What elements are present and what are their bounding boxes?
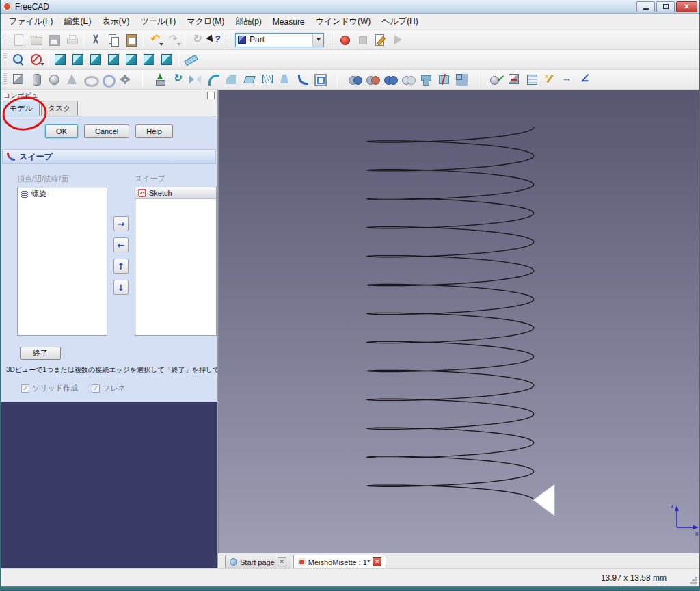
toolbar-grip[interactable] [3, 73, 7, 86]
close-button[interactable]: ✕ [676, 1, 697, 12]
part-extrude-button[interactable] [151, 71, 169, 88]
part-loft-button[interactable] [275, 71, 293, 88]
help-button[interactable]: Help [135, 124, 173, 138]
part-cone-button[interactable] [63, 71, 81, 88]
macro-stop-button[interactable] [353, 31, 371, 49]
toolbar-grip[interactable] [3, 34, 7, 46]
toolbar-grip[interactable] [225, 34, 228, 46]
workbench-selector[interactable]: Part [235, 33, 324, 47]
macro-play-button[interactable] [389, 31, 407, 49]
dock-float-icon[interactable] [207, 92, 215, 99]
part-crosssections-button[interactable] [523, 71, 541, 88]
part-box-button[interactable] [10, 71, 27, 88]
sweep-section-header[interactable]: スイープ [2, 149, 216, 164]
save-button[interactable] [45, 31, 63, 49]
part-union-button[interactable] [381, 71, 399, 88]
tab-start-page[interactable]: Start page ✕ [225, 555, 291, 568]
part-sweep-button[interactable] [293, 71, 311, 88]
part-cylinder-button[interactable] [27, 71, 45, 88]
toolbar-grip[interactable] [3, 53, 7, 66]
part-offset-button[interactable] [311, 71, 329, 88]
view-axonometric-button[interactable] [51, 51, 69, 68]
part-cut-button[interactable] [364, 71, 381, 88]
view-right-button[interactable] [105, 51, 122, 68]
whatsthis-button[interactable] [206, 31, 224, 49]
part-torus-button[interactable] [81, 71, 98, 88]
part-shapebuilder-button[interactable] [541, 71, 558, 88]
dock-title-bar[interactable]: コンボビュ [1, 90, 217, 101]
part-defeaturing-button[interactable] [505, 71, 523, 88]
undo-button[interactable] [146, 31, 164, 49]
new-button[interactable] [10, 31, 27, 49]
part-mirror-button[interactable] [187, 71, 204, 88]
tab-document[interactable]: MeishoMisette : 1* ✕ [293, 555, 386, 568]
measure-button[interactable] [182, 51, 200, 68]
part-chamfer-button[interactable] [222, 71, 240, 88]
title-bar[interactable]: FreeCAD ✕ [1, 0, 699, 14]
menu-item[interactable]: Measure [267, 15, 310, 29]
view-bottom-button[interactable] [140, 51, 158, 68]
part-revolve-button[interactable] [169, 71, 187, 88]
open-button[interactable] [27, 31, 45, 49]
part-join-button[interactable] [417, 71, 435, 88]
menu-item[interactable]: マクロ(M) [181, 14, 230, 29]
list-item-helix[interactable]: 螺旋 [18, 187, 107, 200]
move-left-button[interactable]: ← [113, 237, 129, 252]
source-list[interactable]: 螺旋 [17, 187, 107, 336]
move-right-button[interactable]: → [113, 216, 129, 231]
close-tab-icon[interactable]: ✕ [373, 557, 381, 566]
maximize-button[interactable] [656, 1, 675, 12]
create-solid-checkbox[interactable]: ✓ ソリッド作成 [21, 383, 78, 393]
part-primitives-button[interactable] [116, 71, 134, 88]
view-rear-button[interactable] [122, 51, 140, 68]
tab-model[interactable]: モデル [3, 101, 40, 116]
print-button[interactable] [63, 31, 81, 49]
part-intersection-button[interactable] [399, 71, 417, 88]
macro-edit-button[interactable] [371, 31, 389, 49]
fit-all-button[interactable] [10, 51, 27, 68]
menu-item[interactable]: 部品(p) [230, 14, 267, 29]
dropdown-arrow-icon[interactable] [312, 34, 323, 47]
redo-button[interactable] [164, 31, 182, 49]
menu-item[interactable]: 編集(E) [58, 14, 96, 29]
refresh-button[interactable] [188, 31, 206, 49]
sweep-list[interactable]: Sketch [135, 187, 217, 336]
frenet-checkbox[interactable]: ✓ フレネ [92, 383, 126, 393]
3d-viewport[interactable]: z x [218, 90, 699, 553]
part-checkgeometry-button[interactable] [487, 71, 505, 88]
part-split-button[interactable] [435, 71, 453, 88]
part-measure-linear-button[interactable] [558, 71, 576, 88]
part-tube-button[interactable] [98, 71, 116, 88]
part-ruledsurface-button[interactable] [258, 71, 275, 88]
resize-grip[interactable] [688, 575, 699, 586]
list-item-sketch[interactable]: Sketch [135, 187, 216, 199]
part-compound-button[interactable] [453, 71, 470, 88]
part-makeface-button[interactable] [240, 71, 258, 88]
part-boolean-button[interactable] [346, 71, 364, 88]
menu-item[interactable]: ヘルプ(H) [376, 14, 424, 29]
menu-item[interactable]: ツール(T) [135, 14, 181, 29]
ok-button[interactable]: OK [45, 124, 78, 138]
part-fillet-button[interactable] [204, 71, 222, 88]
menu-item[interactable]: ウインドウ(W) [310, 14, 377, 29]
draw-style-button[interactable] [27, 51, 45, 68]
toolbar-grip[interactable] [329, 34, 333, 46]
menu-item[interactable]: ファイル(F) [3, 14, 58, 29]
cut-button[interactable] [87, 31, 105, 49]
move-up-button[interactable]: ↑ [113, 259, 129, 274]
part-sphere-button[interactable] [45, 71, 63, 88]
cancel-button[interactable]: Cancel [84, 124, 129, 138]
minimize-button[interactable] [636, 1, 655, 12]
close-tab-icon[interactable]: ✕ [278, 557, 286, 566]
menu-item[interactable]: 表示(V) [96, 14, 135, 29]
view-left-button[interactable] [158, 51, 176, 68]
part-measure-angular-button[interactable] [576, 71, 594, 88]
tab-task[interactable]: タスク [41, 101, 78, 116]
paste-button[interactable] [122, 31, 140, 49]
view-front-button[interactable] [69, 51, 87, 68]
copy-button[interactable] [105, 31, 122, 49]
done-button[interactable]: 終了 [20, 347, 61, 360]
view-top-button[interactable] [87, 51, 105, 68]
macro-record-button[interactable] [336, 31, 353, 49]
move-down-button[interactable]: ↓ [113, 280, 129, 295]
